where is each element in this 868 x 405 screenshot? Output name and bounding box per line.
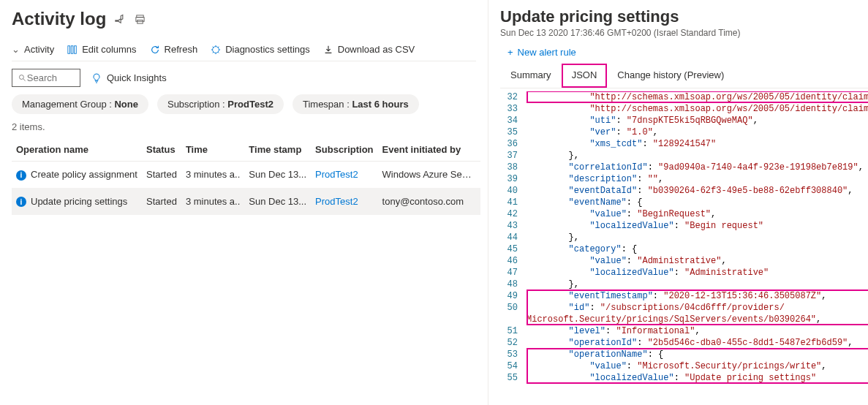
print-icon[interactable] (135, 14, 146, 25)
download-csv-button[interactable]: Download as CSV (323, 44, 415, 55)
search-input[interactable] (12, 69, 80, 87)
quick-insights-button[interactable]: Quick Insights (91, 72, 167, 84)
edit-columns-button[interactable]: Edit columns (67, 44, 136, 55)
svg-rect-5 (75, 45, 77, 53)
table-row[interactable]: iCreate policy assignment Started 3 minu… (12, 162, 480, 189)
svg-rect-4 (71, 45, 73, 53)
tab-json[interactable]: JSON (562, 64, 608, 88)
activity-dropdown[interactable]: ⌄Activity (12, 44, 54, 55)
detail-timestamp: Sun Dec 13 2020 17:36:46 GMT+0200 (Israe… (500, 28, 868, 38)
new-alert-rule-button[interactable]: +New alert rule (507, 47, 868, 58)
json-viewer[interactable]: 32 "http://schemas.xmlsoap.org/ws/2005/0… (500, 91, 868, 384)
svg-rect-3 (68, 45, 70, 53)
pin-icon[interactable] (115, 14, 126, 25)
diagnostics-button[interactable]: Diagnostics settings (211, 44, 310, 55)
plus-icon: + (507, 47, 513, 58)
lightbulb-icon (91, 72, 102, 84)
svg-point-7 (19, 75, 23, 79)
item-count: 2 items. (12, 121, 476, 132)
chip-subscription[interactable]: Subscription : ProdTest2 (157, 94, 284, 114)
activity-table: Operation name Status Time Time stamp Su… (12, 138, 480, 215)
search-icon (18, 73, 27, 83)
tab-summary[interactable]: Summary (500, 64, 562, 88)
chip-management-group[interactable]: Management Group : None (12, 94, 148, 114)
chip-timespan[interactable]: Timespan : Last 6 hours (293, 94, 419, 114)
info-icon: i (16, 170, 26, 181)
info-icon: i (16, 197, 26, 207)
toolbar: ⌄Activity Edit columns Refresh Diagnosti… (12, 38, 476, 61)
tab-change-history[interactable]: Change history (Preview) (607, 64, 734, 88)
detail-title: Update pricing settings (500, 7, 868, 26)
table-row[interactable]: iUpdate pricing settings Started 3 minut… (12, 188, 480, 215)
page-title: Activity log (12, 9, 106, 29)
refresh-button[interactable]: Refresh (150, 44, 198, 55)
